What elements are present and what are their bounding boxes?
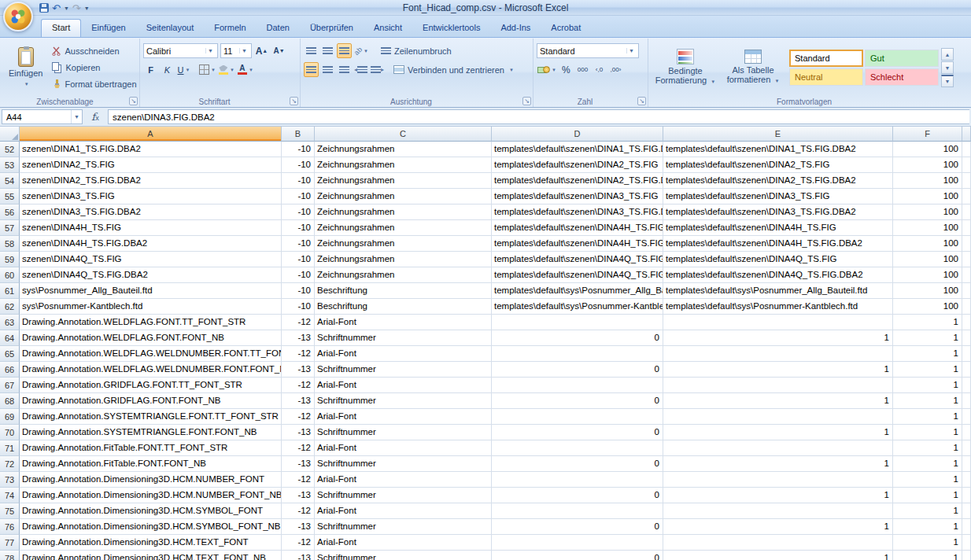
cell-C53[interactable]: Zeichnungsrahmen	[315, 157, 492, 173]
cell-F61[interactable]: 100	[893, 283, 962, 299]
cell-C59[interactable]: Zeichnungsrahmen	[315, 252, 492, 267]
cell-D61[interactable]: templates\default\sys\Posnummer_Allg_Bau…	[492, 283, 663, 299]
cell-C75[interactable]: Arial-Font	[315, 503, 492, 519]
cell-C58[interactable]: Zeichnungsrahmen	[315, 236, 492, 252]
cell-D74[interactable]: 0	[492, 488, 663, 503]
cell-D77[interactable]	[492, 535, 663, 551]
style-chip-standard[interactable]: Standard	[789, 50, 863, 67]
cell-B69[interactable]: -12	[282, 409, 315, 425]
gallery-scroll-down-icon[interactable]: ▼	[941, 61, 954, 74]
name-box[interactable]: A44 ▼	[2, 109, 83, 124]
row-header-68[interactable]: 68	[0, 393, 20, 409]
cell-F54[interactable]: 100	[893, 173, 962, 189]
row-header-72[interactable]: 72	[0, 456, 20, 472]
cell-E61[interactable]: templates\default\sys\Posnummer_Allg_Bau…	[663, 283, 893, 299]
cell-A71[interactable]: Drawing.Annotation.FitTable.FONT.TT_FONT…	[20, 440, 282, 456]
row-header-56[interactable]: 56	[0, 204, 20, 220]
cell-B55[interactable]: -10	[282, 189, 315, 204]
cell-B59[interactable]: -10	[282, 252, 315, 267]
cell-A53[interactable]: szenen\DINA2_TS.FIG	[20, 157, 282, 173]
cell-B71[interactable]: -12	[282, 440, 315, 456]
column-header-F[interactable]: F	[893, 127, 962, 142]
cell-C67[interactable]: Arial-Font	[315, 378, 492, 393]
cell-D59[interactable]: templates\default\szenen\DINA4Q_TS.FIG	[492, 252, 663, 267]
format-painter-button[interactable]: Format übertragen	[50, 77, 138, 92]
row-header-69[interactable]: 69	[0, 409, 20, 425]
cell-E57[interactable]: templates\default\szenen\DINA4H_TS.FIG	[663, 220, 893, 236]
number-format-combo[interactable]: Standard ▼	[537, 43, 639, 58]
cell-C64[interactable]: Schriftnummer	[315, 330, 492, 346]
cell-A52[interactable]: szenen\DINA1_TS.FIG.DBA2	[20, 142, 282, 157]
paste-dropdown-icon[interactable]: ▼	[24, 79, 29, 89]
accounting-format-button[interactable]: ▼	[537, 62, 557, 77]
cell-E76[interactable]: 1	[663, 519, 893, 535]
cell-A74[interactable]: Drawing.Annotation.Dimensioning3D.HCM.NU…	[20, 488, 282, 503]
cell-C73[interactable]: Arial-Font	[315, 472, 492, 488]
cell-F78[interactable]: 1	[893, 551, 962, 560]
cell-D65[interactable]	[492, 346, 663, 362]
align-middle-button[interactable]	[320, 43, 335, 58]
cell-B60[interactable]: -10	[282, 267, 315, 283]
cell-B53[interactable]: -10	[282, 157, 315, 173]
cell-F55[interactable]: 100	[893, 189, 962, 204]
cell-A64[interactable]: Drawing.Annotation.WELDFLAG.FONT.FONT_NB	[20, 330, 282, 346]
row-header-54[interactable]: 54	[0, 173, 20, 189]
cell-A73[interactable]: Drawing.Annotation.Dimensioning3D.HCM.NU…	[20, 472, 282, 488]
cell-E63[interactable]	[663, 315, 893, 330]
number-format-dropdown-icon[interactable]: ▼	[626, 48, 636, 53]
gallery-scroll-up-icon[interactable]: ▲	[941, 48, 954, 61]
cell-C55[interactable]: Zeichnungsrahmen	[315, 189, 492, 204]
cell-C70[interactable]: Schriftnummer	[315, 425, 492, 440]
format-as-table-button[interactable]: Als Tabelle formatieren ▼	[719, 46, 787, 89]
cell-B78[interactable]: -13	[282, 551, 315, 560]
cell-E71[interactable]	[663, 440, 893, 456]
cell-F56[interactable]: 100	[893, 204, 962, 220]
cell-B72[interactable]: -13	[282, 456, 315, 472]
increase-indent-button[interactable]: ▸	[370, 62, 385, 77]
cell-F75[interactable]: 1	[893, 503, 962, 519]
cell-A70[interactable]: Drawing.Annotation.SYSTEMTRIANGLE.FONT.F…	[20, 425, 282, 440]
cell-A68[interactable]: Drawing.Annotation.GRIDFLAG.FONT.FONT_NB	[20, 393, 282, 409]
cell-F60[interactable]: 100	[893, 267, 962, 283]
cell-F74[interactable]: 1	[893, 488, 962, 503]
paste-button[interactable]: Einfügen ▼	[5, 44, 46, 92]
cell-E55[interactable]: templates\default\szenen\DINA3_TS.FIG	[663, 189, 893, 204]
cell-F68[interactable]: 1	[893, 393, 962, 409]
cell-C62[interactable]: Beschriftung	[315, 299, 492, 315]
font-size-combo[interactable]: 11 ▼	[220, 43, 252, 58]
row-header-62[interactable]: 62	[0, 299, 20, 315]
ribbon-tab-ansicht[interactable]: Ansicht	[364, 19, 412, 37]
align-left-button[interactable]	[304, 62, 319, 77]
cell-D76[interactable]: 0	[492, 519, 663, 535]
align-center-button[interactable]	[320, 62, 335, 77]
cell-F77[interactable]: 1	[893, 535, 962, 551]
select-all-corner[interactable]	[0, 127, 20, 142]
ribbon-tab-start[interactable]: Start	[41, 19, 81, 37]
decrease-decimal-button[interactable]: ,00›	[608, 62, 623, 77]
cell-B70[interactable]: -13	[282, 425, 315, 440]
font-name-combo[interactable]: Calibri ▼	[143, 43, 218, 58]
cell-C56[interactable]: Zeichnungsrahmen	[315, 204, 492, 220]
cell-C77[interactable]: Arial-Font	[315, 535, 492, 551]
row-header-66[interactable]: 66	[0, 362, 20, 378]
cell-A55[interactable]: szenen\DINA3_TS.FIG	[20, 189, 282, 204]
cell-B61[interactable]: -10	[282, 283, 315, 299]
row-header-55[interactable]: 55	[0, 189, 20, 204]
ribbon-tab-formeln[interactable]: Formeln	[204, 19, 256, 37]
cell-E67[interactable]	[663, 378, 893, 393]
shrink-font-button[interactable]: A▼	[271, 43, 286, 58]
cell-D64[interactable]: 0	[492, 330, 663, 346]
column-header-A[interactable]: A	[20, 127, 282, 142]
cell-B66[interactable]: -13	[282, 362, 315, 378]
align-right-button[interactable]	[337, 62, 352, 77]
conditional-formatting-button[interactable]: Bedingte Formatierung ▼	[652, 46, 719, 90]
underline-button[interactable]: U▼	[176, 62, 191, 77]
cell-E73[interactable]	[663, 472, 893, 488]
cell-E72[interactable]: 1	[663, 456, 893, 472]
cell-A63[interactable]: Drawing.Annotation.WELDFLAG.FONT.TT_FONT…	[20, 315, 282, 330]
row-header-52[interactable]: 52	[0, 142, 20, 157]
row-header-74[interactable]: 74	[0, 488, 20, 503]
style-chip-neutral[interactable]: Neutral	[789, 68, 863, 86]
font-dialog-launcher-icon[interactable]: ↘	[290, 97, 298, 105]
cell-B52[interactable]: -10	[282, 142, 315, 157]
